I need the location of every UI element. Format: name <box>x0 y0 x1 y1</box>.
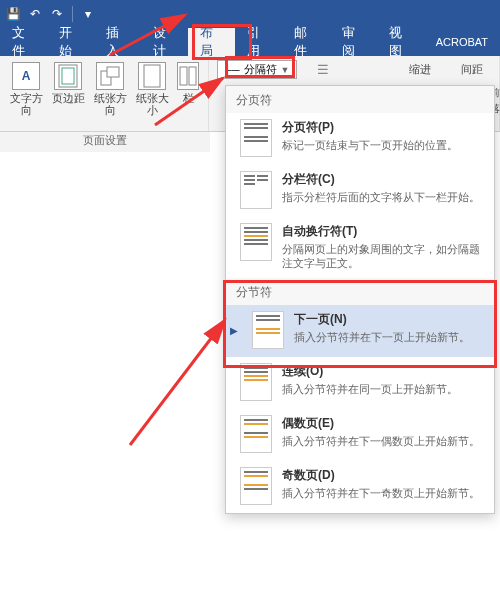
dd-title: 奇数页(D) <box>282 467 484 484</box>
chevron-down-icon: ▼ <box>281 65 290 75</box>
dd-text-wrapping[interactable]: 自动换行符(T)分隔网页上的对象周围的文字，如分隔题注文字与正文。 <box>226 217 494 278</box>
arrow-to-next-page <box>110 300 240 450</box>
menu-bar: 文件 开始 插入 设计 布局 引用 邮件 审阅 视图 ACROBAT <box>0 28 500 56</box>
dd-title: 偶数页(E) <box>282 415 484 432</box>
dd-next-page[interactable]: ▶ 下一页(N)插入分节符并在下一页上开始新节。 <box>226 305 494 357</box>
group-pagesetup: A 文字方向 页边距 纸张方向 纸张大小 栏 <box>0 56 209 131</box>
breaks-dropdown: 分页符 分页符(P)标记一页结束与下一页开始的位置。 分栏符(C)指示分栏符后面… <box>225 85 495 514</box>
tab-design[interactable]: 设计 <box>141 28 188 56</box>
breaks-icon: ├─ <box>224 64 240 76</box>
wrapping-thumb-icon <box>240 223 272 261</box>
dd-title: 连续(O) <box>282 363 484 380</box>
dd-odd-page[interactable]: 奇数页(D)插入分节符并在下一奇数页上开始新节。 <box>226 461 494 513</box>
dd-page-break[interactable]: 分页符(P)标记一页结束与下一页开始的位置。 <box>226 113 494 165</box>
undo-icon[interactable]: ↶ <box>28 7 42 21</box>
dd-title: 分栏符(C) <box>282 171 484 188</box>
selection-arrow-icon: ▶ <box>230 325 238 336</box>
orientation-icon <box>96 62 124 90</box>
line-numbers-icon[interactable]: ☰ <box>317 62 329 77</box>
tab-insert[interactable]: 插入 <box>94 28 141 56</box>
section-header-pagebreaks: 分页符 <box>226 86 494 113</box>
dd-desc: 标记一页结束与下一页开始的位置。 <box>282 138 484 152</box>
margins-icon <box>54 62 82 90</box>
text-direction-button[interactable]: A 文字方向 <box>6 60 46 118</box>
continuous-thumb-icon <box>240 363 272 401</box>
dd-column-break[interactable]: 分栏符(C)指示分栏符后面的文字将从下一栏开始。 <box>226 165 494 217</box>
text-direction-icon: A <box>12 62 40 90</box>
next-page-thumb-icon <box>252 311 284 349</box>
dd-title: 自动换行符(T) <box>282 223 484 240</box>
indent-label: 缩进 <box>409 62 431 77</box>
dd-desc: 指示分栏符后面的文字将从下一栏开始。 <box>282 190 484 204</box>
tab-mailings[interactable]: 邮件 <box>282 28 329 56</box>
svg-rect-6 <box>189 67 196 85</box>
dd-desc: 分隔网页上的对象周围的文字，如分隔题注文字与正文。 <box>282 242 484 270</box>
tab-layout[interactable]: 布局 <box>188 28 235 56</box>
column-break-thumb-icon <box>240 171 272 209</box>
dd-title: 分页符(P) <box>282 119 484 136</box>
dd-title: 下一页(N) <box>294 311 484 328</box>
qat-separator <box>72 6 73 22</box>
even-page-thumb-icon <box>240 415 272 453</box>
section-header-sectionbreaks: 分节符 <box>226 278 494 305</box>
dd-desc: 插入分节符并在同一页上开始新节。 <box>282 382 484 396</box>
dd-even-page[interactable]: 偶数页(E)插入分节符并在下一偶数页上开始新节。 <box>226 409 494 461</box>
group-pagesetup-label: 页面设置 <box>0 132 210 152</box>
page-break-thumb-icon <box>240 119 272 157</box>
columns-button[interactable]: 栏 <box>174 60 202 106</box>
size-button[interactable]: 纸张大小 <box>132 60 172 118</box>
size-icon <box>138 62 166 90</box>
tab-acrobat[interactable]: ACROBAT <box>424 28 500 56</box>
breaks-label: 分隔符 <box>244 62 277 77</box>
tab-review[interactable]: 审阅 <box>330 28 377 56</box>
svg-line-9 <box>130 320 225 445</box>
dd-continuous[interactable]: 连续(O)插入分节符并在同一页上开始新节。 <box>226 357 494 409</box>
dd-desc: 插入分节符并在下一偶数页上开始新节。 <box>282 434 484 448</box>
svg-rect-4 <box>144 65 160 87</box>
tab-references[interactable]: 引用 <box>235 28 282 56</box>
margins-button[interactable]: 页边距 <box>48 60 88 106</box>
dd-desc: 插入分节符并在下一奇数页上开始新节。 <box>282 486 484 500</box>
tab-home[interactable]: 开始 <box>47 28 94 56</box>
columns-icon <box>177 62 199 90</box>
odd-page-thumb-icon <box>240 467 272 505</box>
spacing-label: 间距 <box>461 62 483 77</box>
save-icon[interactable]: 💾 <box>6 7 20 21</box>
tab-view[interactable]: 视图 <box>377 28 424 56</box>
svg-rect-3 <box>107 67 119 77</box>
orientation-button[interactable]: 纸张方向 <box>90 60 130 118</box>
svg-rect-5 <box>180 67 187 85</box>
tab-file[interactable]: 文件 <box>0 28 47 56</box>
breaks-button[interactable]: ├─ 分隔符 ▼ <box>217 60 297 79</box>
qat-more-icon[interactable]: ▾ <box>81 7 95 21</box>
redo-icon[interactable]: ↷ <box>50 7 64 21</box>
dd-desc: 插入分节符并在下一页上开始新节。 <box>294 330 484 344</box>
